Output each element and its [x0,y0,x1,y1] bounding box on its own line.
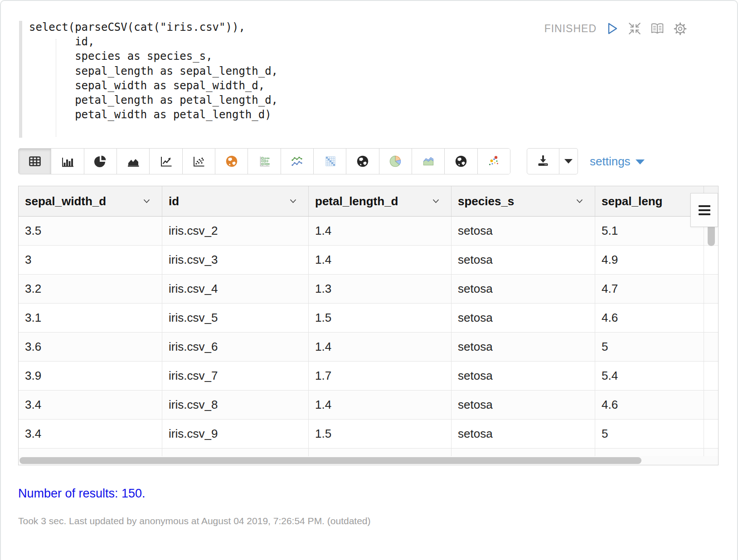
table-cell: setosa [452,420,595,448]
chart-button-line-chart[interactable] [149,149,182,174]
code-editor[interactable]: select(parseCSV(cat("iris.csv")), id, sp… [29,20,278,122]
table-cell: setosa [452,304,595,332]
table-cell: iris.csv_7 [162,362,309,390]
results-count: Number of results: 150. [18,487,146,501]
chart-button-bubble-grid[interactable] [248,149,280,174]
column-header-label: petal_length_d [315,194,398,208]
area-chart-icon [126,154,141,169]
table-cell: iris.csv_8 [162,391,309,419]
column-header-sepal_width_d[interactable]: sepal_width_d [19,186,162,216]
table-row: 3.4iris.csv_81.4setosa4.6 [19,391,718,420]
horizontal-scrollbar-thumb[interactable] [19,457,641,464]
table-cell: setosa [452,217,595,245]
table-cell: setosa [452,362,595,390]
table-cell: 1.5 [309,420,452,448]
chart-button-map-orange[interactable] [215,149,248,174]
table-cell: setosa [452,391,595,419]
column-header-label: sepal_leng [602,194,662,208]
column-header-label: species_s [458,194,514,208]
result-grid: sepal_width_didpetal_length_dspecies_sse… [18,186,719,465]
book-icon[interactable] [650,21,665,36]
table-row: 3.4iris.csv_91.5setosa5 [19,420,718,449]
chart-button-scatter-plot[interactable] [182,149,215,174]
table-row: 3.9iris.csv_71.7setosa5.4 [19,362,718,391]
table-cell: iris.csv_2 [162,217,309,245]
table-cell: 3.4 [19,420,162,448]
table-cell: 1.4 [309,391,452,419]
chart-button-table[interactable] [19,149,51,174]
table-cell: 5.4 [595,362,704,390]
table-row: 3iris.csv_31.4setosa4.9 [19,246,718,275]
chevron-down-icon[interactable] [143,199,150,203]
chart-button-globe-2[interactable] [444,149,477,174]
column-header-id[interactable]: id [162,186,309,216]
chart-button-area-pastel[interactable] [412,149,444,174]
table-cell: 3.1 [19,304,162,332]
download-button[interactable] [527,148,559,174]
table-cell: setosa [452,333,595,361]
scatter-color-icon [486,154,501,169]
chart-button-heatmap[interactable] [313,149,346,174]
table-cell: 3.6 [19,333,162,361]
chart-button-pie-pastel[interactable] [379,149,412,174]
table-cell: 4.7 [595,275,704,303]
chevron-down-icon[interactable] [290,199,296,203]
settings-link[interactable]: settings [590,148,645,174]
chart-button-area-chart[interactable] [117,149,149,174]
collapse-icon[interactable] [627,21,642,36]
chevron-down-icon[interactable] [432,199,439,203]
line-chart-icon [159,154,173,169]
chart-button-scatter-color[interactable] [477,149,510,174]
column-header-label: id [169,194,179,208]
globe-dark-icon [355,154,370,169]
globe-dark-icon [453,154,469,169]
table-cell: setosa [452,246,595,274]
table-row: 3.6iris.csv_61.4setosa5 [19,333,718,362]
chart-button-pie-chart[interactable] [84,149,117,174]
table-cell: 4.9 [595,246,704,274]
table-cell: 3.4 [19,391,162,419]
column-header-species_s[interactable]: species_s [452,186,595,216]
chart-button-globe-1[interactable] [346,149,379,174]
table-cell: 3.2 [19,275,162,303]
column-header-sepal_length_d[interactable]: sepal_leng [595,186,704,216]
download-dropdown-button[interactable] [559,148,578,174]
table-cell: 3.9 [19,362,162,390]
column-header-petal_length_d[interactable]: petal_length_d [309,186,452,216]
table-cell: 3.5 [19,217,162,245]
bar-chart-icon [60,154,75,169]
column-header-label: sepal_width_d [25,194,106,208]
table-cell: iris.csv_3 [162,246,309,274]
globe-orange-icon [224,154,239,169]
paragraph-status-bar: FINISHED [544,21,687,36]
notebook-paragraph: select(parseCSV(cat("iris.csv")), id, sp… [0,0,738,560]
table-cell: iris.csv_6 [162,333,309,361]
table-cell: 5 [595,333,704,361]
status-badge: FINISHED [544,23,597,35]
table-cell: iris.csv_5 [162,304,309,332]
download-split-button [527,148,578,174]
table-cell: 4.6 [595,304,704,332]
table-cell: 5.1 [595,217,704,245]
heatmap-icon [323,154,337,169]
chart-button-bar-chart[interactable] [51,149,83,174]
horizontal-scrollbar-track [19,456,718,465]
table-cell: 1.4 [309,333,452,361]
scatter-plot-icon [191,154,206,169]
play-icon[interactable] [605,21,619,36]
download-icon [536,153,550,169]
chevron-down-icon[interactable] [576,199,583,203]
table-cell: 1.4 [309,217,452,245]
grid-menu-button[interactable] [690,193,718,227]
table-cell: 3 [19,246,162,274]
settings-label: settings [590,154,631,169]
table-cell: 1.5 [309,304,452,332]
chart-button-multi-line[interactable] [281,149,313,174]
grid-header: sepal_width_didpetal_length_dspecies_sse… [19,186,718,217]
gear-icon[interactable] [673,21,687,36]
area-pastel-icon [421,154,436,169]
table-cell: setosa [452,275,595,303]
table-cell: 5 [595,420,704,448]
chart-type-toolbar [18,148,510,174]
paragraph-footer: Took 3 sec. Last updated by anonymous at… [18,516,371,526]
